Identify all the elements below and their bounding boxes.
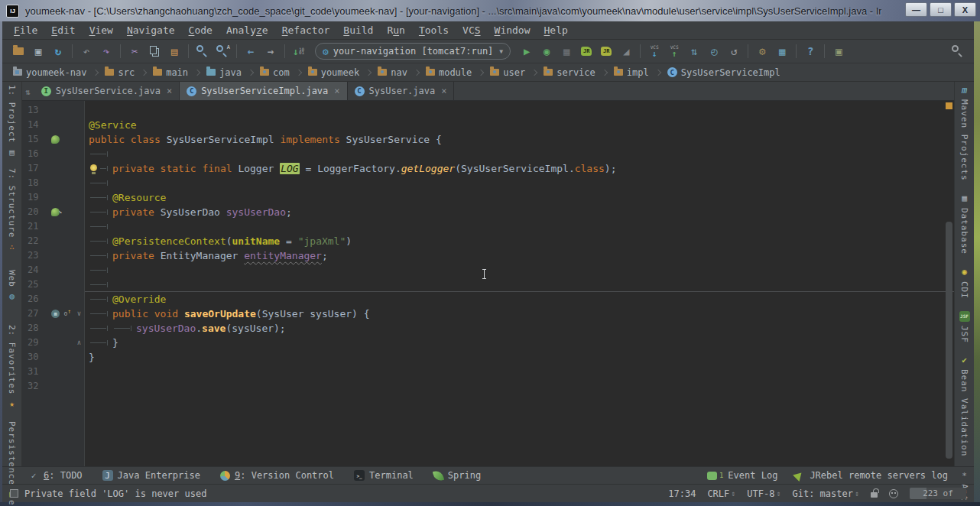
breadcrumb-user[interactable]: user [485,66,530,79]
tab-list-icon[interactable]: ⇅ [22,87,34,100]
coverage-icon[interactable]: ▦ [557,42,576,60]
editor-scrollbar[interactable] [946,222,952,459]
menu-refactor[interactable]: Refactor [275,24,337,36]
menu-navigate[interactable]: Navigate [120,24,182,36]
menu-vcs[interactable]: VCS [456,24,487,36]
breadcrumb-sysuserserviceimpl[interactable]: CSysUserServiceImpl [663,66,785,79]
breadcrumb-youmeek[interactable]: youmeek [303,66,365,79]
unlock-icon[interactable] [871,492,878,498]
find-icon[interactable] [193,42,213,60]
project-structure-icon[interactable]: ▦ [772,42,792,60]
synchronize-icon[interactable]: ↻ [48,42,68,60]
breadcrumb-youmeek-nav[interactable]: youmeek-nav [8,66,91,79]
tab-sysuserservice-java[interactable]: ISysUserService.java× [34,82,180,100]
update-project-icon[interactable]: ↓10 01 [289,42,309,60]
save-all-icon[interactable]: ▣ [28,42,48,60]
overriding-method-icon[interactable]: o↑ [61,310,70,319]
breadcrumb-module[interactable]: module [421,66,476,79]
spring-bean-icon[interactable] [51,135,60,144]
menu-build[interactable]: Build [336,24,380,36]
undo-icon[interactable]: ↶ [76,42,96,60]
editor[interactable]: 1314@Service15public class SysUserServic… [22,101,954,466]
menu-file[interactable]: File [7,24,44,36]
tab-sysuser-java[interactable]: CSysUser.java× [348,82,455,100]
intention-bulb-icon[interactable] [89,164,99,174]
toolwindow-cdi[interactable]: ◉CDI [959,267,970,299]
toolwindow-terminal[interactable]: >_Terminal [354,470,414,481]
back-icon[interactable]: ← [241,42,261,60]
jrebel-sync-icon[interactable]: ▣ [829,42,849,60]
menu-view[interactable]: View [83,24,120,36]
status-git-master[interactable]: Git: master⇕ [792,488,859,499]
code-text [84,277,954,292]
close-button[interactable]: X [954,2,976,17]
tab-sysuserserviceimpl-java[interactable]: CSysUserServiceImpl.java× [180,82,347,100]
menu-analyze[interactable]: Analyze [219,24,275,36]
breadcrumb-impl[interactable]: impl [609,66,654,79]
paste-icon[interactable]: ▤ [164,42,184,60]
xrebel-icon[interactable]: ◢ [616,42,636,60]
toolwindow-9-version-control[interactable]: 9: Version Control [220,470,334,481]
vcs-update-icon[interactable]: VCS↓ [644,42,664,60]
open-project-icon[interactable] [8,42,28,60]
close-tab-icon[interactable]: × [441,86,446,96]
toolwindow-web[interactable]: Web◍ [7,270,18,302]
run-configuration-select[interactable]: ⚙your-navigation [tomcat7:run]▼ [315,43,511,60]
breadcrumb-com[interactable]: com [255,66,294,79]
code-line-15: 15public class SysUserServiceImpl implem… [22,132,954,147]
toolwindow-maven-projects[interactable]: mMaven Projects [959,85,970,181]
status-crlf[interactable]: CRLF⇕ [707,488,735,499]
rollback-icon[interactable]: ↺ [724,42,744,60]
breadcrumb-service[interactable]: service [539,66,600,79]
fold-marker[interactable]: ∧ [74,336,84,350]
search-everywhere-icon[interactable] [948,42,968,60]
run-icon[interactable]: ▶ [517,42,537,60]
help-icon[interactable]: ? [800,42,820,60]
menu-code[interactable]: Code [182,24,219,36]
toolwindow-event-log[interactable]: 1Event Log [707,470,777,481]
menu-window[interactable]: Window [488,24,537,36]
copy-icon[interactable] [144,42,164,60]
autowired-bean-icon[interactable] [51,208,60,216]
bean-method-icon[interactable]: m [51,310,60,318]
menu-edit[interactable]: Edit [44,24,82,36]
breadcrumb-java[interactable]: java [202,66,246,79]
close-tab-icon[interactable]: × [167,86,172,96]
toolwindow-java-enterprise[interactable]: JJava Enterprise [102,470,200,481]
settings-icon[interactable]: ⚙ [752,42,772,60]
breadcrumb-nav[interactable]: nav [373,66,412,79]
replace-icon[interactable]: A [213,42,232,60]
maximize-button[interactable]: □ [930,2,952,17]
vcs-commit-icon[interactable]: VCS↑ [664,42,684,60]
menu-help[interactable]: Help [537,24,575,36]
menu-tools[interactable]: Tools [412,24,456,36]
breadcrumb-main[interactable]: main [148,66,193,79]
inspections-level-icon[interactable] [889,489,898,498]
minimize-button[interactable]: — [905,2,927,17]
status-17-34[interactable]: 17:34 [668,488,696,499]
redo-icon[interactable]: ↷ [96,42,116,60]
toolwindow-bean-validation[interactable]: ✔Bean Validation [959,355,970,456]
menu-run[interactable]: Run [380,24,411,36]
toolwindow-6-todo[interactable]: ✓6: TODO [28,470,83,481]
toolwindow-1-project[interactable]: 1: Project▤ [7,85,18,157]
jrebel-run-icon[interactable]: JR [576,42,596,60]
memory-indicator[interactable]: 223 of 1016M [910,488,966,499]
show-changes-icon[interactable]: ⇅ [684,42,704,60]
toolwindow-jsf[interactable]: JSFJSF [959,311,970,343]
status-utf-8[interactable]: UTF-8⇕ [747,488,780,499]
toolwindow-7-structure[interactable]: 7: Structure∴ [7,168,18,252]
toolwindow-spring[interactable]: Spring [433,470,481,481]
toolwindow-2-favorites[interactable]: 2: Favorites★ [7,325,18,409]
fold-marker[interactable]: ∨ [74,307,84,321]
history-icon[interactable]: ◴ [704,42,724,60]
toggle-toolwindows-icon[interactable] [10,489,18,498]
close-tab-icon[interactable]: × [334,86,339,96]
breadcrumb-src[interactable]: src [100,66,139,79]
debug-icon[interactable]: ◉ [537,42,557,60]
toolwindow-jrebel-remote-servers-log[interactable]: JRebel remote servers log [796,470,948,481]
cut-icon[interactable]: ✂ [125,42,144,60]
forward-icon[interactable]: → [261,42,281,60]
jrebel-debug-icon[interactable]: JR [596,42,616,60]
toolwindow-database[interactable]: ▦Database [959,193,970,255]
